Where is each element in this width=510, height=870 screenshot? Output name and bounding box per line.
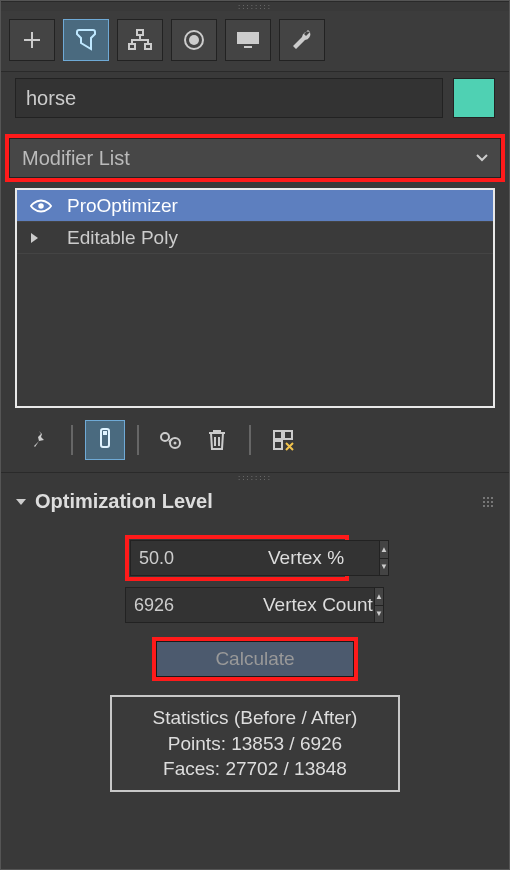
stats-points: Points: 13853 / 6926 xyxy=(122,731,388,757)
stack-item-label: Editable Poly xyxy=(67,227,485,249)
stack-item-prooptimizer[interactable]: ProOptimizer xyxy=(17,190,493,222)
modify-tab[interactable] xyxy=(63,19,109,61)
remove-modifier-button[interactable] xyxy=(197,420,237,460)
configure-sets-button[interactable] xyxy=(263,420,303,460)
stats-heading: Statistics (Before / After) xyxy=(122,705,388,731)
separator xyxy=(137,425,139,455)
calculate-label: Calculate xyxy=(215,648,294,670)
svg-point-7 xyxy=(38,203,44,209)
vertex-count-spinner[interactable]: ▲ ▼ xyxy=(125,587,255,623)
make-unique-button[interactable] xyxy=(151,420,191,460)
statistics-box: Statistics (Before / After) Points: 1385… xyxy=(110,695,400,792)
svg-rect-0 xyxy=(137,30,143,35)
svg-point-4 xyxy=(189,35,199,45)
motion-tab[interactable] xyxy=(171,19,217,61)
panel-grip: :::::::: xyxy=(1,1,509,11)
chevron-down-icon xyxy=(476,154,488,162)
spinner-arrows[interactable]: ▲ ▼ xyxy=(375,587,384,623)
separator xyxy=(71,425,73,455)
svg-rect-15 xyxy=(274,441,282,449)
svg-rect-1 xyxy=(129,44,135,49)
svg-rect-14 xyxy=(284,431,292,439)
svg-rect-6 xyxy=(244,46,252,48)
display-tab[interactable] xyxy=(225,19,271,61)
svg-rect-2 xyxy=(145,44,151,49)
object-name-row xyxy=(1,72,509,128)
spinner-down-icon[interactable]: ▼ xyxy=(375,606,383,623)
show-end-result-button[interactable] xyxy=(85,420,125,460)
rollout-grip[interactable]: :::::::: xyxy=(1,472,509,482)
calculate-button[interactable]: Calculate xyxy=(156,641,354,677)
eye-icon[interactable] xyxy=(25,198,57,214)
svg-rect-13 xyxy=(274,431,282,439)
modifier-list-dropdown[interactable]: Modifier List xyxy=(9,138,501,178)
vertex-percent-row: ▲ ▼ Vertex % xyxy=(15,535,495,581)
spinner-up-icon[interactable]: ▲ xyxy=(375,588,383,606)
svg-rect-9 xyxy=(103,431,107,435)
svg-point-10 xyxy=(161,433,169,441)
pin-stack-button[interactable] xyxy=(19,420,59,460)
spinner-down-icon[interactable]: ▼ xyxy=(380,559,388,576)
rollout-header[interactable]: Optimization Level xyxy=(1,482,509,519)
vertex-count-row: ▲ ▼ Vertex Count xyxy=(15,587,495,623)
command-tabs xyxy=(1,11,509,72)
svg-point-12 xyxy=(174,442,177,445)
vertex-count-label: Vertex Count xyxy=(263,594,373,616)
drag-grip-icon[interactable] xyxy=(483,497,495,507)
svg-rect-5 xyxy=(237,32,259,44)
utilities-tab[interactable] xyxy=(279,19,325,61)
vertex-percent-label: Vertex % xyxy=(268,547,344,569)
chevron-down-icon xyxy=(15,497,27,507)
object-color-swatch[interactable] xyxy=(453,78,495,118)
vertex-percent-spinner[interactable]: ▲ ▼ xyxy=(130,540,260,576)
expand-arrow-icon[interactable] xyxy=(25,232,57,244)
calculate-row: Calculate xyxy=(15,637,495,681)
spinner-arrows[interactable]: ▲ ▼ xyxy=(380,540,389,576)
modifier-list-highlight: Modifier List xyxy=(5,134,505,182)
separator xyxy=(249,425,251,455)
hierarchy-tab[interactable] xyxy=(117,19,163,61)
modifier-list-label: Modifier List xyxy=(22,147,130,170)
stack-item-label: ProOptimizer xyxy=(67,195,485,217)
modifier-stack[interactable]: ProOptimizer Editable Poly xyxy=(15,188,495,408)
vertex-percent-highlight: ▲ ▼ Vertex % xyxy=(125,535,349,581)
stats-faces: Faces: 27702 / 13848 xyxy=(122,756,388,782)
stack-toolbar xyxy=(1,408,509,472)
calculate-highlight: Calculate xyxy=(152,637,358,681)
object-name-input[interactable] xyxy=(15,78,443,118)
stack-item-editablepoly[interactable]: Editable Poly xyxy=(17,222,493,254)
create-tab[interactable] xyxy=(9,19,55,61)
optimization-level-rollout: ▲ ▼ Vertex % ▲ ▼ Vertex Count Calculate … xyxy=(1,519,509,802)
spinner-up-icon[interactable]: ▲ xyxy=(380,541,388,559)
rollout-title: Optimization Level xyxy=(35,490,213,513)
